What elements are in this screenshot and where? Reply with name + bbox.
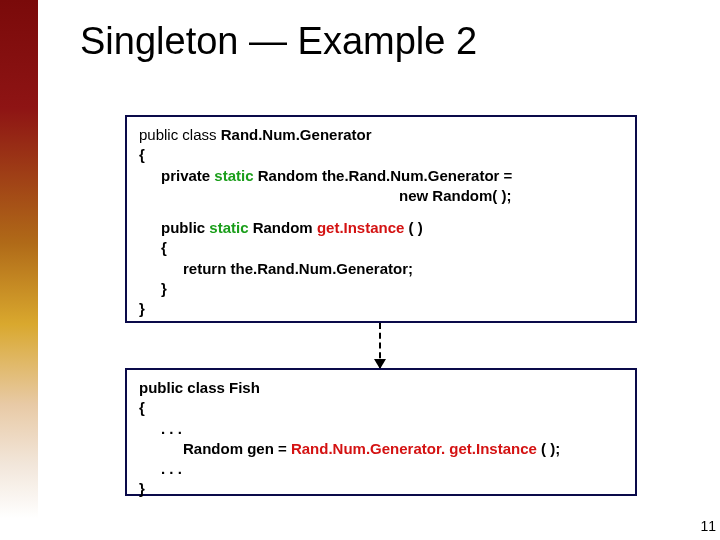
code-box-generator: public class Rand.Num.Generator { privat… [125,115,637,323]
code-line: { [139,238,623,258]
code-line: public static Random get.Instance ( ) [139,218,623,238]
code-line: return the.Rand.Num.Generator; [139,259,623,279]
code-ellipsis: . . . [161,420,182,437]
keyword-static: static [209,219,248,236]
code-text: return the.Rand.Num.Generator; [183,260,413,277]
method-call: Rand.Num.Generator. get.Instance [291,440,537,457]
code-text: public class [139,126,221,143]
dependency-arrow [379,323,381,368]
code-line: } [139,479,623,499]
code-text: ( ) [404,219,422,236]
code-text: new Random( ); [399,187,512,204]
code-ellipsis: . . . [161,460,182,477]
slide-title: Singleton — Example 2 [80,20,477,63]
code-box-fish: public class Fish { . . . Random gen = R… [125,368,637,496]
code-line: Random gen = Rand.Num.Generator. get.Ins… [139,439,623,459]
code-class-name: Rand.Num.Generator [221,126,372,143]
code-line: new Random( ); [139,186,623,206]
code-line: } [139,299,623,319]
code-text: Random the.Rand.Num.Generator = [254,167,513,184]
method-getinstance: get.Instance [317,219,405,236]
code-text: Random [249,219,317,236]
spacer [139,206,623,218]
keyword-static: static [214,167,253,184]
code-brace: } [161,280,167,297]
code-text: private [161,167,214,184]
code-line: public class Fish [139,378,623,398]
code-line: . . . [139,459,623,479]
code-brace: { [161,239,167,256]
code-brace: { [139,146,145,163]
code-line: { [139,398,623,418]
code-text: Random gen = [183,440,291,457]
code-brace: } [139,480,145,497]
code-brace: { [139,399,145,416]
code-line: private static Random the.Rand.Num.Gener… [139,166,623,186]
code-brace: } [139,300,145,317]
code-text: ( ); [537,440,560,457]
code-text: public class Fish [139,379,260,396]
code-line: } [139,279,623,299]
code-text: public [161,219,209,236]
code-line: public class Rand.Num.Generator [139,125,623,145]
code-line: . . . [139,419,623,439]
page-number: 11 [700,518,716,534]
code-line: { [139,145,623,165]
decorative-sidebar [0,0,38,540]
